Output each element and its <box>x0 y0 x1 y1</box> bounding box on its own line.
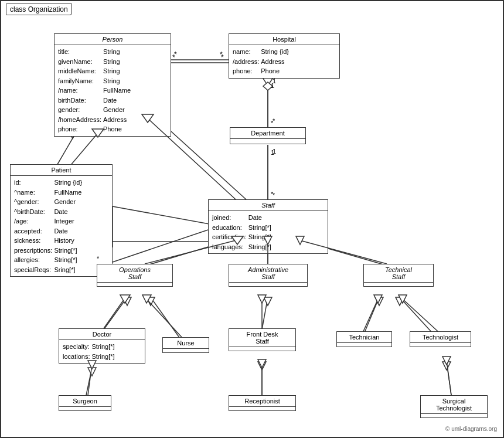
class-front-desk-staff-body <box>229 347 295 351</box>
svg-text:*: * <box>273 192 275 199</box>
svg-line-26 <box>365 297 379 332</box>
svg-marker-23 <box>147 297 155 305</box>
svg-line-51 <box>71 133 98 164</box>
svg-marker-33 <box>258 362 266 370</box>
svg-marker-25 <box>264 297 272 305</box>
class-administrative-staff-title: Administrative Staff <box>229 264 307 283</box>
class-staff-body: joined:Date education:String[*] certific… <box>209 211 328 253</box>
class-technician-body <box>337 343 391 347</box>
svg-marker-76 <box>258 359 266 368</box>
class-surgical-technologist-body <box>421 414 487 417</box>
svg-line-30 <box>86 368 92 395</box>
class-doctor: Doctor specialty:String[*] locations:Str… <box>59 328 145 364</box>
class-patient-body: id:String {id} ^name:FullName ^gender:Ge… <box>11 176 112 276</box>
svg-marker-21 <box>123 297 131 305</box>
class-surgeon: Surgeon <box>59 395 111 411</box>
class-technologist-body <box>410 343 471 347</box>
class-doctor-title: Doctor <box>59 329 145 340</box>
svg-text:*: * <box>220 50 223 59</box>
svg-text:1: 1 <box>273 148 276 155</box>
svg-line-22 <box>151 297 180 338</box>
svg-line-77 <box>447 361 451 395</box>
svg-text:*: * <box>172 53 175 62</box>
svg-text:1: 1 <box>271 149 274 156</box>
class-staff: Staff joined:Date education:String[*] ce… <box>208 199 328 254</box>
svg-marker-29 <box>396 297 404 305</box>
class-receptionist-body <box>229 407 295 410</box>
class-department: Department <box>230 127 306 144</box>
svg-text:*: * <box>174 50 177 59</box>
class-hospital-title: Hospital <box>229 34 339 45</box>
class-person-title: Person <box>55 34 171 45</box>
class-technical-staff-body <box>364 283 433 286</box>
class-administrative-staff: Administrative Staff <box>229 264 308 287</box>
class-surgical-technologist-title: Surgical Technologist <box>421 396 487 414</box>
svg-text:*: * <box>273 117 275 124</box>
class-receptionist: Receptionist <box>229 395 296 411</box>
svg-marker-68 <box>258 295 266 303</box>
svg-marker-78 <box>442 356 451 365</box>
class-department-title: Department <box>230 128 305 139</box>
svg-text:*: * <box>271 120 274 127</box>
class-surgeon-title: Surgeon <box>59 396 111 407</box>
class-technician: Technician <box>336 331 392 347</box>
svg-text:*: * <box>271 191 274 198</box>
svg-line-34 <box>447 362 451 395</box>
svg-line-71 <box>403 299 438 331</box>
svg-marker-64 <box>120 295 130 303</box>
class-hospital: Hospital name:String {id} /address:Addre… <box>229 33 340 79</box>
diagram-title: class Organization <box>6 4 72 15</box>
class-operations-staff-body <box>97 283 172 286</box>
class-nurse-body <box>163 349 209 352</box>
svg-line-28 <box>400 297 432 332</box>
svg-line-63 <box>104 299 124 328</box>
class-administrative-staff-body <box>229 283 307 286</box>
svg-text:*: * <box>221 53 224 62</box>
svg-line-24 <box>262 297 268 330</box>
class-hospital-body: name:String {id} /address:Address phone:… <box>229 45 339 78</box>
class-doctor-body: specialty:String[*] locations:String[*] <box>59 340 145 363</box>
class-person-body: title:String givenName:String middleName… <box>55 45 171 136</box>
svg-line-65 <box>147 299 182 337</box>
svg-marker-66 <box>142 295 151 303</box>
class-surgeon-body <box>59 407 111 410</box>
class-person: Person title:String givenName:String mid… <box>54 33 171 137</box>
svg-line-39 <box>113 206 209 224</box>
class-technical-staff: Technical Staff <box>363 264 434 287</box>
class-technician-title: Technician <box>337 332 391 343</box>
svg-line-55 <box>113 230 208 262</box>
svg-marker-31 <box>88 368 96 376</box>
class-operations-staff: Operations Staff <box>97 264 173 287</box>
class-staff-title: Staff <box>209 200 328 211</box>
svg-text:1: 1 <box>273 77 276 84</box>
class-front-desk-staff-title: Front Desk Staff <box>229 329 295 347</box>
class-operations-staff-title: Operations Staff <box>97 264 172 283</box>
svg-text:1: 1 <box>271 82 274 89</box>
copyright: © uml-diagrams.org <box>445 426 497 432</box>
svg-marker-27 <box>375 297 383 305</box>
svg-marker-72 <box>399 295 407 303</box>
class-surgical-technologist: Surgical Technologist <box>420 395 488 418</box>
class-nurse: Nurse <box>162 337 209 353</box>
diagram-container: class Organization * * 1 * 1 * <box>0 0 504 438</box>
svg-line-73 <box>88 365 92 395</box>
class-technologist-title: Technologist <box>410 332 471 343</box>
class-technical-staff-title: Technical Staff <box>364 264 433 283</box>
svg-marker-35 <box>442 362 451 370</box>
svg-line-69 <box>363 299 378 331</box>
class-patient: Patient id:String {id} ^name:FullName ^g… <box>10 164 113 277</box>
svg-marker-70 <box>374 295 382 303</box>
class-department-body <box>230 139 305 144</box>
svg-marker-45 <box>263 82 273 90</box>
svg-line-20 <box>104 297 127 330</box>
class-patient-title: Patient <box>11 165 112 176</box>
class-nurse-title: Nurse <box>163 338 209 349</box>
class-receptionist-title: Receptionist <box>229 396 295 407</box>
class-front-desk-staff: Front Desk Staff <box>229 328 296 351</box>
class-technologist: Technologist <box>410 331 471 347</box>
